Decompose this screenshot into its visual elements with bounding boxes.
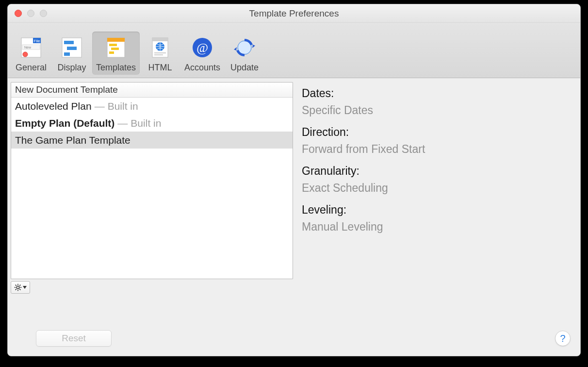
tab-html[interactable]: HTML [140, 32, 180, 75]
svg-rect-9 [64, 52, 70, 56]
left-pane: New Document Template Autoleveled Plan —… [8, 78, 293, 356]
help-button[interactable]: ? [555, 331, 571, 346]
svg-marker-24 [234, 47, 237, 50]
svg-marker-23 [252, 45, 255, 48]
close-window-button[interactable] [15, 10, 22, 17]
template-row-name: The Game Plan Template [15, 134, 131, 146]
svg-rect-7 [64, 41, 74, 44]
titlebar: Template Preferences [8, 4, 580, 23]
template-row-autoleveled[interactable]: Autoleveled Plan — Built in [11, 98, 293, 115]
right-pane: Dates: Specific Dates Direction: Forward… [293, 78, 580, 356]
update-icon [231, 34, 258, 61]
template-row-game-plan[interactable]: The Game Plan Template [11, 132, 293, 149]
traffic-lights [15, 10, 47, 17]
svg-rect-13 [111, 48, 119, 50]
granularity-value: Exact Scheduling [302, 182, 572, 195]
dates-value: Specific Dates [302, 104, 572, 117]
svg-rect-11 [107, 38, 125, 42]
tab-accounts[interactable]: @ Accounts [180, 32, 224, 75]
template-row-suffix: Built in [131, 117, 161, 129]
dash: — [95, 100, 105, 112]
gear-icon [14, 284, 22, 291]
zoom-window-button[interactable] [40, 10, 47, 17]
svg-line-30 [16, 285, 16, 286]
display-icon [59, 34, 85, 61]
tab-label: Accounts [184, 63, 220, 73]
svg-line-31 [19, 289, 20, 290]
template-row-suffix: Built in [108, 100, 138, 112]
accounts-icon: @ [189, 34, 215, 61]
template-row-empty-plan[interactable]: Empty Plan (Default) — Built in [11, 115, 293, 132]
svg-text:File: File [34, 39, 40, 43]
tab-templates[interactable]: Templates [92, 32, 140, 75]
tab-label: Display [57, 63, 86, 73]
reset-button[interactable]: Reset [36, 330, 112, 347]
preferences-window: Template Preferences File New General [7, 4, 581, 356]
chevron-down-icon [23, 286, 27, 289]
leveling-value: Manual Leveling [302, 220, 572, 234]
tab-display[interactable]: Display [51, 32, 92, 75]
svg-point-25 [16, 286, 19, 289]
template-list-header: New Document Template [11, 83, 293, 98]
reset-button-label: Reset [62, 333, 86, 344]
general-icon: File New [18, 34, 44, 61]
svg-rect-12 [109, 44, 117, 46]
html-icon [147, 34, 173, 61]
tab-label: Update [230, 63, 259, 73]
template-list[interactable]: New Document Template Autoleveled Plan —… [11, 82, 293, 279]
tab-label: General [16, 63, 47, 73]
svg-point-5 [23, 52, 28, 57]
template-row-name: Empty Plan (Default) [15, 117, 114, 129]
minimize-window-button[interactable] [27, 10, 34, 17]
tab-label: HTML [148, 63, 172, 73]
svg-marker-34 [23, 286, 27, 289]
svg-text:@: @ [196, 41, 208, 55]
svg-text:New: New [24, 46, 32, 49]
tab-update[interactable]: Update [224, 32, 265, 75]
help-button-label: ? [560, 333, 565, 344]
granularity-label: Granularity: [302, 165, 572, 178]
tab-label: Templates [96, 63, 136, 73]
svg-rect-19 [154, 54, 163, 55]
direction-value: Forward from Fixed Start [302, 143, 572, 156]
toolbar: File New General Display [8, 23, 580, 78]
template-row-name: Autoleveled Plan [15, 100, 92, 112]
dates-label: Dates: [302, 87, 572, 100]
content-area: New Document Template Autoleveled Plan —… [8, 78, 580, 356]
direction-label: Direction: [302, 126, 572, 139]
svg-rect-14 [109, 51, 114, 54]
tab-general[interactable]: File New General [11, 32, 51, 75]
dash: — [117, 117, 128, 129]
svg-rect-16 [152, 38, 168, 41]
templates-icon [103, 34, 129, 61]
leveling-label: Leveling: [302, 203, 572, 217]
svg-line-32 [16, 289, 16, 290]
window-title: Template Preferences [8, 8, 580, 19]
svg-rect-8 [67, 47, 77, 50]
svg-rect-18 [154, 52, 166, 53]
svg-line-33 [19, 285, 20, 286]
gear-menu-button[interactable] [11, 281, 30, 294]
footer: Reset ? [8, 328, 580, 349]
